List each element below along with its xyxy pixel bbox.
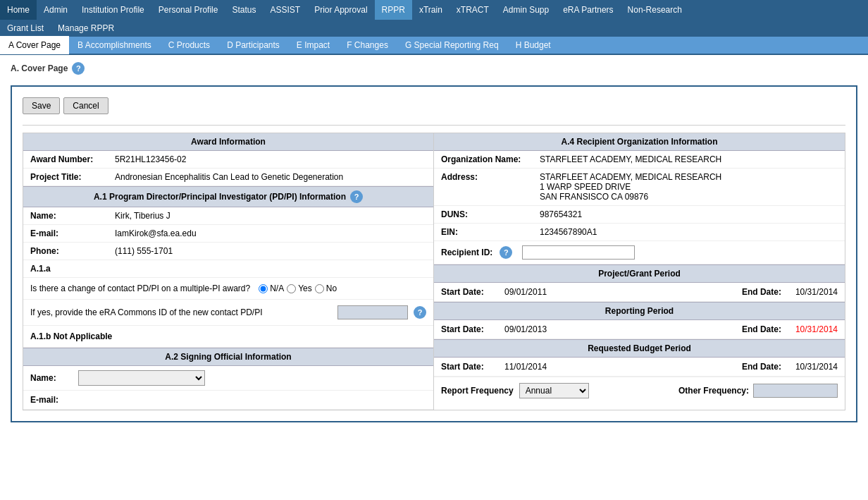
era-commons-row: If yes, provide the eRA Commons ID of th… [23,300,433,326]
pi-phone-row: Phone: (111) 555-1701 [23,243,433,260]
pi-name-label: Name: [30,211,115,221]
nav-non-research[interactable]: Non-Research [621,0,689,20]
nav-xtract[interactable]: xTRACT [450,0,496,20]
nav-xtrain[interactable]: xTrain [412,0,450,20]
ein-row: EIN: 1234567890A1 [434,224,845,241]
page-title: A. Cover Page ? [11,62,857,75]
right-column: A.4 Recipient Organization Information O… [434,133,845,410]
project-grant-period-header: Project/Grant Period [434,264,845,283]
nav-era-partners[interactable]: eRA Partners [556,0,620,20]
reporting-start-label: Start Date: [441,324,504,334]
a1b-not-applicable: A.1.b Not Applicable [23,326,433,348]
a1a-row: A.1.a [23,260,433,278]
tab-d-participants[interactable]: D Participants [218,36,288,54]
address-line1: STARFLEET ACADEMY, MEDICAL RESEARCH [540,172,721,182]
radio-na-input[interactable] [259,284,268,293]
duns-value: 987654321 [540,209,838,219]
radio-yes-input[interactable] [287,284,296,293]
pi-email-row: E-mail: IamKirok@sfa.ea.edu [23,225,433,243]
recipient-id-row: Recipient ID: ? [434,241,845,264]
ein-value: 1234567890A1 [540,227,838,237]
nav-institution-profile[interactable]: Institution Profile [75,0,151,20]
pi-name-row: Name: Kirk, Tiberius J [23,207,433,225]
left-column: Award Information Award Number: 5R21HL12… [23,133,434,410]
pi-email-value: IamKirok@sfa.ea.edu [115,228,426,238]
signing-official-header-text: A.2 Signing Official Information [165,352,291,362]
budget-period-header: Requested Budget Period [434,339,845,358]
award-info-header: Award Information [23,133,433,151]
tab-h-budget[interactable]: H Budget [507,36,559,54]
cancel-button[interactable]: Cancel [63,97,108,114]
signing-email-row: E-mail: [23,391,433,410]
page-help-icon[interactable]: ? [72,62,85,75]
pd-pi-header-text: A.1 Program Director/Principal Investiga… [94,192,346,202]
project-start-value: 09/01/2011 [504,287,742,297]
budget-end: End Date: 10/31/2014 [742,362,838,372]
tab-nav: A Cover Page B Accomplishments C Product… [0,37,868,55]
nav-home[interactable]: Home [0,0,37,20]
change-contact-question: Is there a change of contact PD/PI on a … [30,283,250,293]
nav-prior-approval[interactable]: Prior Approval [307,0,374,20]
org-address-label: Address: [441,172,540,182]
pd-pi-help-icon[interactable]: ? [350,190,363,203]
award-number-value: 5R21HL123456-02 [115,154,426,164]
budget-start-label: Start Date: [441,362,504,372]
recipient-id-help-icon[interactable]: ? [500,246,512,259]
save-button[interactable]: Save [23,97,60,114]
era-commons-label: If yes, provide the eRA Commons ID of th… [30,307,332,317]
era-help-icon[interactable]: ? [414,306,426,319]
project-end: End Date: 10/31/2014 [742,287,838,297]
other-frequency-input[interactable] [753,384,838,398]
nav-assist[interactable]: ASSIST [264,0,308,20]
duns-label: DUNS: [441,209,540,219]
project-end-value: 10/31/2014 [795,287,838,297]
nav-status[interactable]: Status [225,0,263,20]
reporting-period-header: Reporting Period [434,302,845,320]
signing-name-label: Name: [30,373,73,383]
pi-name-value: Kirk, Tiberius J [115,211,426,221]
recipient-id-label: Recipient ID: [441,248,492,257]
a1a-label: A.1.a [30,264,115,274]
pi-phone-label: Phone: [30,246,115,256]
org-name-label: Organization Name: [441,154,540,164]
reporting-end-value: 10/31/2014 [795,324,838,334]
nav-grant-list[interactable]: Grant List [0,20,51,37]
signing-name-select[interactable] [78,370,205,386]
project-title-value: Andronesian Encephalitis Can Lead to Gen… [115,172,426,182]
nav-rppr[interactable]: RPPR [375,0,412,20]
pi-email-label: E-mail: [30,228,115,238]
radio-yes-option[interactable]: Yes [287,283,312,293]
radio-no-label: No [326,283,337,293]
radio-na-option[interactable]: N/A [259,283,284,293]
era-commons-input[interactable] [337,305,408,319]
nav-personal-profile[interactable]: Personal Profile [151,0,225,20]
form-container: Save Cancel Award Information Award Numb… [11,85,857,422]
nav-admin[interactable]: Admin [37,0,75,20]
button-row: Save Cancel [23,97,845,114]
tab-f-changes[interactable]: F Changes [338,36,397,54]
signing-official-header: A.2 Signing Official Information [23,348,433,366]
nav-manage-rppr[interactable]: Manage RPPR [51,20,121,37]
nav-admin-supp[interactable]: Admin Supp [496,0,556,20]
tab-a-cover-page[interactable]: A Cover Page [0,36,69,54]
recipient-org-header: A.4 Recipient Organization Information [434,133,845,151]
signing-name-row: Name: [23,366,433,391]
radio-no-option[interactable]: No [315,283,337,293]
top-nav: Home Admin Institution Profile Personal … [0,0,868,20]
tab-c-products[interactable]: C Products [160,36,218,54]
report-frequency-label: Report Frequency [441,386,514,396]
address-line2: 1 WARP SPEED DRIVE [540,182,631,192]
report-frequency-select[interactable]: Annual Semi-Annual Quarterly [519,383,589,398]
tab-b-accomplishments[interactable]: B Accomplishments [69,36,160,54]
report-frequency-row: Report Frequency Annual Semi-Annual Quar… [434,377,845,403]
org-name-row: Organization Name: STARFLEET ACADEMY, ME… [434,151,845,169]
address-line3: SAN FRANSISCO CA 09876 [540,192,648,202]
project-grant-dates-row: Start Date: 09/01/2011 End Date: 10/31/2… [434,283,845,302]
recipient-id-input[interactable] [522,245,635,260]
radio-no-input[interactable] [315,284,324,293]
reporting-dates-row: Start Date: 09/01/2013 End Date: 10/31/2… [434,320,845,339]
pi-phone-value: (111) 555-1701 [115,246,426,256]
tab-g-special-reporting[interactable]: G Special Reporting Req [397,36,507,54]
change-contact-row: Is there a change of contact PD/PI on a … [23,278,433,300]
tab-e-impact[interactable]: E Impact [288,36,338,54]
